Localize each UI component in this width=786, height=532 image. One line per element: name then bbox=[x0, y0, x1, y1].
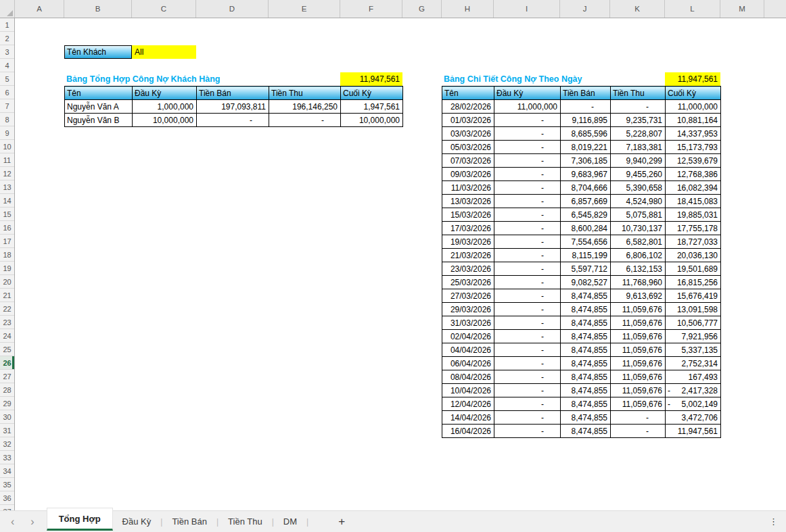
column-header-i[interactable]: I bbox=[494, 0, 560, 18]
cell[interactable]: 27/03/2026 bbox=[442, 289, 494, 303]
filter-label-cell[interactable]: Tên Khách bbox=[64, 45, 132, 59]
row-header-27[interactable]: 27 bbox=[0, 370, 14, 383]
cell[interactable]: - bbox=[611, 425, 666, 438]
cell[interactable]: 15/03/2026 bbox=[442, 208, 494, 222]
detail-table-title[interactable]: Bảng Chi Tiết Công Nợ Theo Ngày bbox=[444, 72, 582, 86]
cell[interactable]: 5,597,712 bbox=[561, 262, 611, 276]
sheet-tab-1[interactable]: Tổng Hợp bbox=[47, 508, 113, 531]
cell[interactable]: 02/04/2026 bbox=[442, 330, 494, 343]
cell[interactable]: 167,493 bbox=[666, 370, 721, 384]
row-header-32[interactable]: 32 bbox=[0, 437, 14, 451]
cell[interactable]: 6,857,669 bbox=[561, 195, 611, 208]
cell[interactable]: 3,472,706 bbox=[666, 411, 721, 425]
row-header-34[interactable]: 34 bbox=[0, 464, 14, 478]
cell[interactable]: 13,091,598 bbox=[666, 303, 721, 316]
cell[interactable]: - bbox=[197, 114, 269, 127]
cell[interactable]: - bbox=[561, 100, 611, 114]
cell[interactable]: - bbox=[494, 181, 561, 195]
column-header-h[interactable]: H bbox=[442, 0, 494, 18]
cell[interactable]: - bbox=[494, 397, 561, 411]
cell[interactable]: 19,501,689 bbox=[666, 262, 721, 276]
cell[interactable]: 10/04/2026 bbox=[442, 384, 494, 397]
header-cell[interactable]: Đầu Kỳ bbox=[133, 87, 197, 100]
row-header-36[interactable]: 36 bbox=[0, 491, 14, 505]
cell[interactable]: 11,059,676 bbox=[611, 303, 666, 316]
row-header-12[interactable]: 12 bbox=[0, 167, 14, 180]
cell[interactable]: 8,474,855 bbox=[561, 357, 611, 370]
cell[interactable]: -5,002,149 bbox=[666, 397, 721, 411]
cell[interactable]: 31/03/2026 bbox=[442, 316, 494, 330]
row-header-16[interactable]: 16 bbox=[0, 221, 14, 235]
tab-overflow-menu-icon[interactable]: ⋮ bbox=[761, 511, 786, 532]
row-header-14[interactable]: 14 bbox=[0, 194, 14, 208]
cell[interactable]: 11,059,676 bbox=[611, 384, 666, 397]
cell[interactable]: - bbox=[494, 425, 561, 438]
column-header-j[interactable]: J bbox=[560, 0, 610, 18]
cell[interactable]: 16,082,394 bbox=[666, 181, 721, 195]
cell[interactable]: 8,704,666 bbox=[561, 181, 611, 195]
header-cell[interactable]: Tên bbox=[442, 87, 494, 100]
cell[interactable]: - bbox=[494, 127, 561, 141]
cell[interactable]: 07/03/2026 bbox=[442, 154, 494, 168]
sheet-tab-3[interactable]: Tiền Bán bbox=[162, 511, 216, 532]
cell[interactable]: - bbox=[494, 303, 561, 316]
cell[interactable]: 9,116,895 bbox=[561, 114, 611, 127]
summary-table-title[interactable]: Bảng Tổng Hợp Công Nợ Khách Hàng bbox=[66, 72, 220, 86]
cell[interactable]: 5,228,807 bbox=[611, 127, 666, 141]
cell[interactable]: 7,306,185 bbox=[561, 154, 611, 168]
cell[interactable]: - bbox=[494, 316, 561, 330]
cell[interactable]: 29/03/2026 bbox=[442, 303, 494, 316]
cell[interactable]: 03/03/2026 bbox=[442, 127, 494, 141]
cell[interactable]: 12/04/2026 bbox=[442, 397, 494, 411]
row-header-35[interactable]: 35 bbox=[0, 478, 14, 491]
cell[interactable]: 7,554,656 bbox=[561, 235, 611, 249]
prev-sheet-arrow-icon[interactable]: ‹ bbox=[11, 516, 14, 527]
detail-total-cell[interactable]: 11,947,561 bbox=[665, 72, 720, 86]
row-header-28[interactable]: 28 bbox=[0, 383, 14, 397]
row-header-13[interactable]: 13 bbox=[0, 180, 14, 194]
cell[interactable]: 10,000,000 bbox=[341, 114, 403, 127]
cell[interactable]: 17/03/2026 bbox=[442, 222, 494, 235]
cell[interactable]: 9,455,260 bbox=[611, 168, 666, 181]
cell[interactable]: Nguyễn Văn B bbox=[65, 114, 133, 127]
row-header-20[interactable]: 20 bbox=[0, 275, 14, 289]
cell[interactable]: 5,337,135 bbox=[666, 343, 721, 357]
cell[interactable]: 11,059,676 bbox=[611, 330, 666, 343]
row-header-15[interactable]: 15 bbox=[0, 208, 14, 221]
cell[interactable]: 23/03/2026 bbox=[442, 262, 494, 276]
column-header-g[interactable]: G bbox=[402, 0, 442, 18]
cell[interactable]: - bbox=[494, 208, 561, 222]
row-header-33[interactable]: 33 bbox=[0, 451, 14, 464]
sheet-tab-4[interactable]: Tiền Thu bbox=[218, 511, 272, 532]
sheet-tab-2[interactable]: Đầu Kỳ bbox=[113, 511, 161, 532]
row-header-4[interactable]: 4 bbox=[0, 59, 14, 72]
cell[interactable]: 8,600,284 bbox=[561, 222, 611, 235]
cell[interactable]: 12,539,679 bbox=[666, 154, 721, 168]
cell[interactable]: 9,940,299 bbox=[611, 154, 666, 168]
cell[interactable]: 20,036,130 bbox=[666, 249, 721, 262]
filter-value-cell[interactable]: All bbox=[132, 45, 196, 59]
cell[interactable]: 11,059,676 bbox=[611, 370, 666, 384]
cell[interactable]: 09/03/2026 bbox=[442, 168, 494, 181]
row-header-1[interactable]: 1 bbox=[0, 18, 14, 32]
cell[interactable]: - bbox=[494, 276, 561, 289]
cell[interactable]: 4,524,980 bbox=[611, 195, 666, 208]
cell[interactable]: 10,881,164 bbox=[666, 114, 721, 127]
next-sheet-arrow-icon[interactable]: › bbox=[30, 516, 34, 527]
cell[interactable]: - bbox=[611, 100, 666, 114]
cell[interactable]: - bbox=[494, 357, 561, 370]
cell[interactable]: 18,415,083 bbox=[666, 195, 721, 208]
row-header-24[interactable]: 24 bbox=[0, 329, 14, 343]
cell[interactable]: 28/02/2026 bbox=[442, 100, 494, 114]
cell[interactable]: 2,752,314 bbox=[666, 357, 721, 370]
cell[interactable]: - bbox=[494, 168, 561, 181]
cell[interactable]: 11,059,676 bbox=[611, 316, 666, 330]
cell[interactable]: 12,768,386 bbox=[666, 168, 721, 181]
cell[interactable]: - bbox=[494, 235, 561, 249]
cell[interactable]: 04/04/2026 bbox=[442, 343, 494, 357]
cell[interactable]: 15,676,419 bbox=[666, 289, 721, 303]
cell[interactable]: - bbox=[269, 114, 341, 127]
row-header-8[interactable]: 8 bbox=[0, 113, 14, 126]
cell[interactable]: - bbox=[494, 289, 561, 303]
cell[interactable]: 11,059,676 bbox=[611, 343, 666, 357]
